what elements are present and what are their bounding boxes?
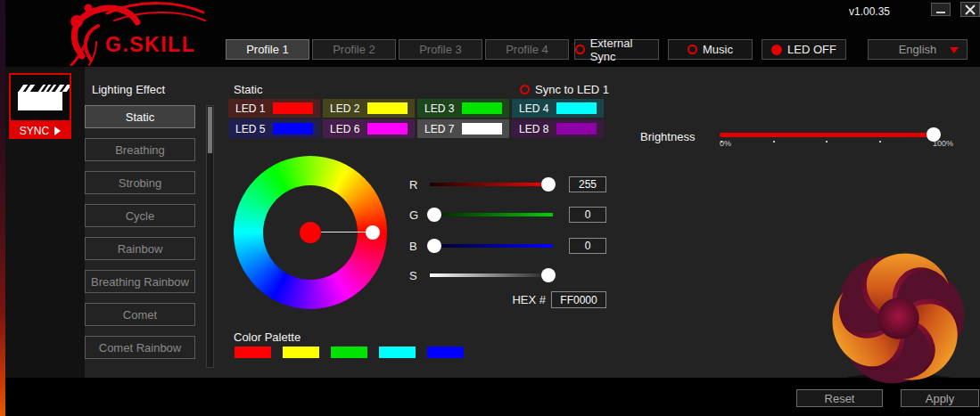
minimize-icon [936,12,945,13]
led-color-swatch [273,102,313,114]
sync-device-button[interactable]: SYNC [9,122,71,139]
external-sync-button[interactable]: External Sync [574,39,659,60]
language-value: English [899,43,937,56]
palette-swatch-00e400[interactable] [331,347,367,358]
effect-comet[interactable]: Comet [85,303,195,326]
effect-comet-rainbow[interactable]: Comet Rainbow [85,336,195,359]
music-button[interactable]: Music [668,39,753,60]
g-slider-row: G 0 [409,207,610,223]
effects-list: StaticBreathingStrobingCycleRainbowBreat… [85,105,195,359]
r-value-input[interactable]: 255 [569,176,606,192]
arrow-right-icon [54,126,61,135]
b-value-input[interactable]: 0 [569,238,606,254]
palette-swatch-ffff00[interactable] [283,347,319,358]
led-cell-led-7[interactable]: LED 7 [417,119,509,138]
led-cell-led-1[interactable]: LED 1 [228,99,320,118]
svg-text:G.SKILL: G.SKILL [105,33,195,56]
tab-profile-2[interactable]: Profile 2 [312,39,396,60]
close-button[interactable] [960,2,980,17]
hex-value-input[interactable]: FF0000 [551,291,606,308]
led-color-swatch [273,123,313,135]
lighting-effect-title: Lighting Effect [92,83,165,96]
effect-breathing-rainbow[interactable]: Breathing Rainbow [85,270,195,293]
g-value-input[interactable]: 0 [569,207,606,223]
reset-button[interactable]: Reset [796,389,883,407]
led-cell-led-2[interactable]: LED 2 [323,99,415,118]
chevron-down-icon [950,47,959,53]
r-slider-label: R [409,178,417,192]
sync-label: SYNC [20,125,49,137]
led-cell-led-6[interactable]: LED 6 [323,119,415,138]
s-slider-row: S [409,267,610,283]
b-slider-row: B 0 [409,238,610,254]
swirl-emblem [829,249,968,387]
g-slider-handle[interactable] [427,208,441,222]
led-label: LED 3 [424,102,454,115]
language-dropdown[interactable]: English [868,39,968,60]
brightness-tick [773,141,775,143]
s-slider-label: S [409,269,417,282]
palette-swatch-ff0000[interactable] [235,347,271,358]
brightness-tick [826,141,828,143]
profile-tab-bar: Profile 1Profile 2Profile 3Profile 4 [226,39,569,60]
led-color-swatch [462,102,502,114]
led-label: LED 2 [330,102,359,115]
effect-rainbow[interactable]: Rainbow [85,237,195,260]
palette-swatch-0000ff[interactable] [427,347,464,358]
led-cell-led-4[interactable]: LED 4 [512,99,604,118]
apply-button[interactable]: Apply [901,389,979,407]
selected-color-preview [300,222,321,243]
brightness-tick [879,141,881,143]
led-dot-icon [771,45,782,55]
device-thumbnail-sync[interactable] [9,73,71,122]
r-slider-track[interactable] [430,183,553,186]
minimize-button[interactable] [931,3,951,16]
led-cell-led-5[interactable]: LED 5 [228,119,320,138]
g-slider-track[interactable] [430,213,553,216]
led-color-swatch [462,123,502,135]
led-off-button[interactable]: LED OFF [762,39,846,60]
g-slider-label: G [409,208,418,222]
music-label: Music [703,43,733,56]
led-cell-led-8[interactable]: LED 8 [512,119,604,138]
b-slider-label: B [409,240,417,253]
tab-profile-3[interactable]: Profile 3 [399,39,482,60]
effect-static[interactable]: Static [85,105,195,128]
tab-profile-1[interactable]: Profile 1 [226,39,309,60]
effect-breathing[interactable]: Breathing [85,138,195,161]
sync-to-led1-label: Sync to LED 1 [535,83,609,96]
brightness-min-label: 0% [720,139,731,148]
s-slider-handle[interactable] [541,268,556,282]
sync-to-led1-toggle[interactable]: Sync to LED 1 [520,83,609,96]
brightness-label: Brightness [640,130,695,143]
led-label: LED 6 [330,123,359,135]
b-slider-track[interactable] [430,244,553,248]
led-grid: LED 1 LED 2 LED 3 LED 4 LED 5 LED 6 LED … [228,99,604,138]
led-off-label: LED OFF [787,43,836,56]
led-color-swatch [556,123,597,135]
hex-label: HEX # [499,293,546,306]
effects-scrollbar[interactable] [206,105,214,368]
effect-strobing[interactable]: Strobing [85,171,195,194]
led-label: LED 4 [519,102,548,115]
mode-title: Static [234,83,263,96]
led-color-swatch [367,102,408,114]
led-label: LED 1 [235,102,265,115]
effects-scrollbar-thumb[interactable] [208,107,212,153]
close-icon [965,4,976,15]
brightness-slider-track[interactable] [720,133,934,137]
r-slider-handle[interactable] [541,177,556,192]
color-palette [235,347,464,358]
palette-swatch-00ffff[interactable] [379,347,416,358]
b-slider-handle[interactable] [427,239,441,253]
tab-profile-4[interactable]: Profile 4 [485,39,569,60]
color-palette-title: Color Palette [234,330,301,344]
led-color-swatch [556,102,597,114]
radio-ring-icon [520,85,530,94]
led-cell-led-3[interactable]: LED 3 [417,99,509,118]
version-label: v1.00.35 [849,5,890,18]
radio-ring-icon [688,45,697,54]
effect-cycle[interactable]: Cycle [85,204,195,227]
s-slider-track[interactable] [430,273,553,277]
color-wheel-handle[interactable] [366,225,380,240]
